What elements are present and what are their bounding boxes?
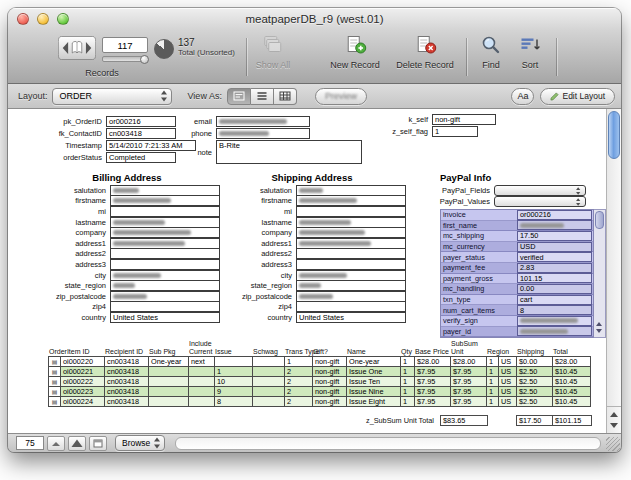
field-zip4[interactable] (296, 301, 406, 312)
portal-cell[interactable] (253, 377, 285, 387)
row-doc-icon[interactable]: ▤ (49, 397, 61, 407)
portal-cell[interactable]: 1 (401, 367, 415, 377)
field-k_self[interactable]: non-gift (432, 114, 496, 125)
portal-cell[interactable]: 2 (285, 377, 313, 387)
paypal-value-first_name[interactable] (517, 220, 592, 230)
horizontal-scrollbar[interactable] (175, 437, 601, 450)
portal-row[interactable]: ▤oi000223cn00341892non-giftIssue Nine1$7… (49, 387, 591, 397)
field-address2[interactable] (110, 248, 220, 259)
field-email[interactable] (216, 116, 310, 127)
field-country[interactable]: United States (296, 312, 406, 323)
portal-cell[interactable] (149, 367, 189, 377)
portal-cell[interactable]: US (499, 377, 517, 387)
portal-cell[interactable]: $7.95 (415, 377, 451, 387)
field-address1[interactable] (296, 238, 406, 249)
portal-cell[interactable]: One-year (347, 357, 401, 367)
found-set-pie-icon[interactable] (154, 39, 174, 59)
portal-cell[interactable]: $7.95 (451, 377, 487, 387)
view-as-form-button[interactable] (227, 88, 251, 105)
portal-cell[interactable]: 1 (401, 377, 415, 387)
delete-record-button[interactable]: Delete Record (396, 35, 454, 70)
field-state_region[interactable] (296, 280, 406, 291)
grand-total-field[interactable]: $101.15 (552, 415, 592, 426)
portal-cell[interactable]: 2 (285, 397, 313, 407)
row-doc-icon[interactable]: ▤ (49, 367, 61, 377)
field-PayPal_Fields[interactable] (494, 185, 586, 196)
portal-row[interactable]: ▤oi000222cn003418102non-giftIssue Ten1$7… (49, 377, 591, 387)
portal-cell[interactable]: 8 (215, 397, 253, 407)
portal-cell[interactable]: 1 (487, 357, 499, 367)
row-doc-icon[interactable]: ▤ (49, 377, 61, 387)
portal-cell[interactable] (149, 377, 189, 387)
portal-cell[interactable]: 2 (285, 367, 313, 377)
field-zip_postalcode[interactable] (110, 291, 220, 302)
portal-cell[interactable]: Issue Ten (347, 377, 401, 387)
portal-cell[interactable] (253, 367, 285, 377)
field-z_self_flag[interactable]: 1 (432, 126, 478, 137)
scroll-down-arrow-icon[interactable] (610, 423, 618, 428)
paypal-value-payment_gross[interactable]: 101.15 (517, 273, 592, 283)
paypal-value-verify_sign[interactable] (517, 316, 592, 326)
portal-cell[interactable]: oi000222 (61, 377, 105, 387)
portal-cell[interactable]: $10.45 (553, 397, 591, 407)
portal-cell[interactable]: 1 (401, 387, 415, 397)
portal-cell[interactable]: non-gift (313, 387, 347, 397)
portal-cell[interactable]: oi000221 (61, 367, 105, 377)
row-doc-icon[interactable]: ▤ (49, 387, 61, 397)
portal-cell[interactable]: $2.50 (517, 367, 553, 377)
portal-cell[interactable]: next (189, 357, 215, 367)
field-address3[interactable] (110, 259, 220, 270)
portal-cell[interactable]: cn003418 (105, 387, 149, 397)
field-pk_OrderID[interactable]: or000216 (106, 116, 176, 127)
paypal-scrollbar[interactable] (594, 209, 606, 338)
portal-cell[interactable] (189, 367, 215, 377)
portal-cell[interactable]: $2.50 (517, 377, 553, 387)
portal-cell[interactable] (189, 377, 215, 387)
portal-cell[interactable]: US (499, 397, 517, 407)
portal-cell[interactable]: 1 (285, 357, 313, 367)
portal-cell[interactable]: One-year (149, 357, 189, 367)
field-city[interactable] (296, 270, 406, 281)
paypal-value-payment_fee[interactable]: 2.83 (517, 263, 592, 273)
portal-cell[interactable] (149, 397, 189, 407)
field-firstname[interactable] (296, 195, 406, 206)
portal-cell[interactable]: Issue Nine (347, 387, 401, 397)
portal-cell[interactable]: 1 (401, 357, 415, 367)
portal-cell[interactable]: cn003418 (105, 367, 149, 377)
portal-cell[interactable]: 1 (487, 377, 499, 387)
field-fk_ContactID[interactable]: cn003418 (106, 128, 176, 139)
record-slider[interactable] (102, 56, 148, 62)
field-mi[interactable] (110, 206, 220, 217)
new-record-button[interactable]: New Record (330, 35, 380, 70)
zoom-out-button[interactable] (47, 436, 65, 451)
portal-cell[interactable]: 1 (487, 397, 499, 407)
text-formatting-button[interactable]: Aa (511, 88, 534, 105)
edit-layout-button[interactable]: Edit Layout (540, 88, 615, 105)
field-Timestamp[interactable]: 5/14/2010 7:21:33 AM (106, 140, 196, 151)
portal-cell[interactable]: 1 (487, 387, 499, 397)
title-bar[interactable]: meatpaperDB_r9 (west.01) (8, 8, 621, 30)
portal-cell[interactable]: $10.45 (553, 377, 591, 387)
field-salutation[interactable] (296, 185, 406, 196)
field-salutation[interactable] (110, 185, 220, 196)
sort-button[interactable]: Sort (519, 35, 541, 70)
portal-cell[interactable]: $28.00 (451, 357, 487, 367)
view-as-list-button[interactable] (251, 88, 274, 105)
portal-cell[interactable] (253, 387, 285, 397)
field-address3[interactable] (296, 259, 406, 270)
portal-cell[interactable]: US (499, 367, 517, 377)
paypal-value-mc_handling[interactable]: 0.00 (517, 284, 592, 294)
portal-cell[interactable]: cn003418 (105, 377, 149, 387)
subsum-unit-total-field[interactable]: $83.65 (440, 415, 488, 426)
resize-grip[interactable] (606, 437, 620, 451)
portal-cell[interactable]: 1 (401, 397, 415, 407)
portal-cell[interactable]: $10.45 (553, 387, 591, 397)
portal-cell[interactable]: $28.00 (553, 357, 591, 367)
portal-cell[interactable]: $7.95 (451, 367, 487, 377)
find-button[interactable]: Find (480, 35, 502, 70)
field-company[interactable] (110, 227, 220, 238)
portal-cell[interactable]: 9 (215, 387, 253, 397)
mode-popup[interactable]: Browse (115, 435, 165, 451)
portal-cell[interactable]: Issue One (347, 367, 401, 377)
portal-cell[interactable]: 1 (487, 367, 499, 377)
